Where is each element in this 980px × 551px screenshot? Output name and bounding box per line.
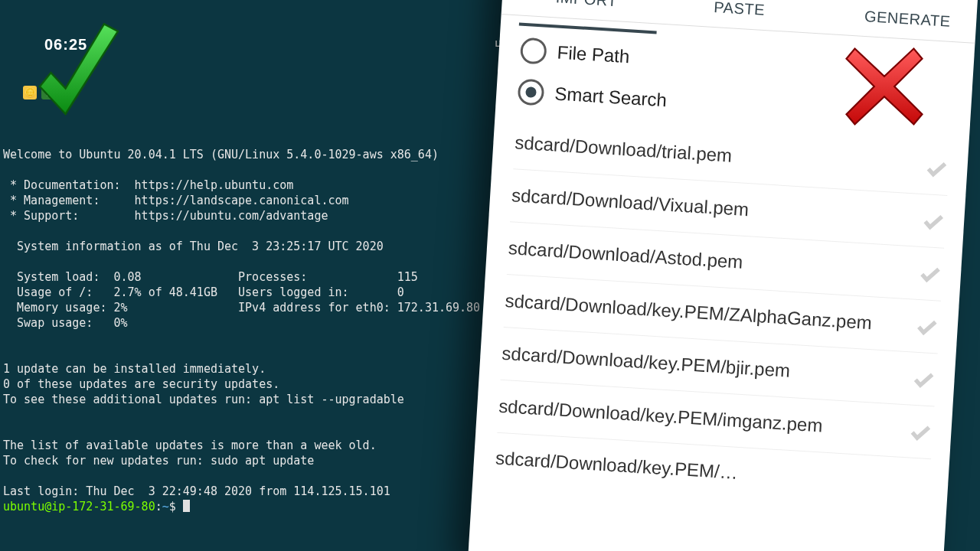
- radio-label: Smart Search: [554, 83, 668, 111]
- reject-mark-icon: [842, 44, 926, 129]
- cursor[interactable]: [183, 500, 190, 512]
- approve-mark-icon: [31, 20, 122, 135]
- check-icon: [917, 261, 943, 287]
- check-icon: [920, 208, 946, 234]
- check-icon: [923, 155, 949, 181]
- radio-icon: [520, 37, 547, 65]
- radio-icon-selected: [517, 79, 544, 106]
- prompt-user: ubuntu@ip-172-31-69-80: [3, 500, 155, 514]
- radio-label: File Path: [557, 42, 630, 68]
- file-list: sdcard/Download/trial.pem sdcard/Downloa…: [494, 112, 951, 510]
- check-icon: [914, 314, 940, 340]
- check-icon: [907, 419, 933, 445]
- prompt-path: ~: [162, 500, 169, 514]
- check-icon: [911, 367, 937, 393]
